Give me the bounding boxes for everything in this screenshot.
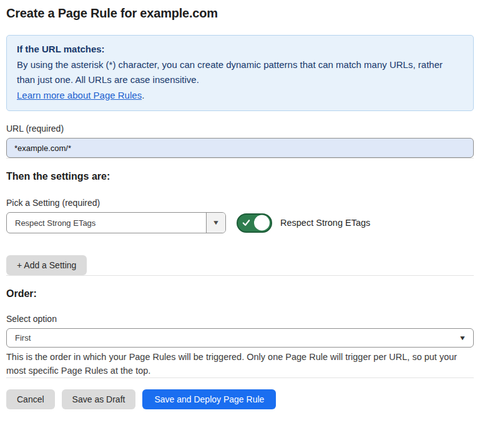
footer-actions: Cancel Save as Draft Save and Deploy Pag… bbox=[6, 389, 474, 409]
pick-setting-label: Pick a Setting (required) bbox=[6, 198, 474, 208]
settings-heading: Then the settings are: bbox=[6, 171, 474, 182]
info-box-body: By using the asterisk (*) character, you… bbox=[17, 57, 463, 88]
setting-select-arrow-button[interactable]: ▼ bbox=[206, 213, 225, 233]
url-match-info-box: If the URL matches: By using the asteris… bbox=[6, 35, 474, 111]
url-input[interactable] bbox=[6, 138, 474, 158]
order-select[interactable]: First ▼ bbox=[6, 328, 474, 348]
check-icon bbox=[242, 219, 250, 227]
link-suffix: . bbox=[142, 90, 144, 100]
chevron-down-icon: ▼ bbox=[459, 335, 466, 341]
save-draft-button[interactable]: Save as Draft bbox=[62, 389, 136, 409]
order-select-value: First bbox=[7, 333, 459, 343]
setting-select[interactable]: Respect Strong ETags ▼ bbox=[6, 212, 226, 233]
learn-more-link[interactable]: Learn more about Page Rules bbox=[17, 90, 142, 100]
save-deploy-button[interactable]: Save and Deploy Page Rule bbox=[142, 389, 276, 409]
chevron-down-icon: ▼ bbox=[212, 220, 220, 226]
footer-divider bbox=[6, 377, 474, 378]
url-field-label: URL (required) bbox=[6, 124, 474, 134]
setting-row: Respect Strong ETags ▼ Respect Strong ET… bbox=[6, 212, 474, 233]
section-divider bbox=[6, 275, 474, 276]
section-divider bbox=[6, 158, 474, 158]
setting-select-value: Respect Strong ETags bbox=[7, 218, 206, 228]
toggle-knob bbox=[254, 215, 270, 231]
order-select-label: Select option bbox=[6, 314, 474, 324]
page-title: Create a Page Rule for example.com bbox=[6, 6, 474, 21]
info-box-heading: If the URL matches: bbox=[17, 42, 463, 57]
info-box-link-line: Learn more about Page Rules. bbox=[17, 88, 463, 104]
order-help-text: This is the order in which your Page Rul… bbox=[6, 351, 474, 377]
order-heading: Order: bbox=[6, 288, 474, 299]
cancel-button[interactable]: Cancel bbox=[6, 389, 55, 409]
setting-toggle-label: Respect Strong ETags bbox=[280, 218, 370, 228]
add-setting-button[interactable]: + Add a Setting bbox=[6, 255, 87, 275]
setting-toggle[interactable] bbox=[237, 213, 272, 233]
create-page-rule-panel: Create a Page Rule for example.com If th… bbox=[0, 6, 480, 409]
